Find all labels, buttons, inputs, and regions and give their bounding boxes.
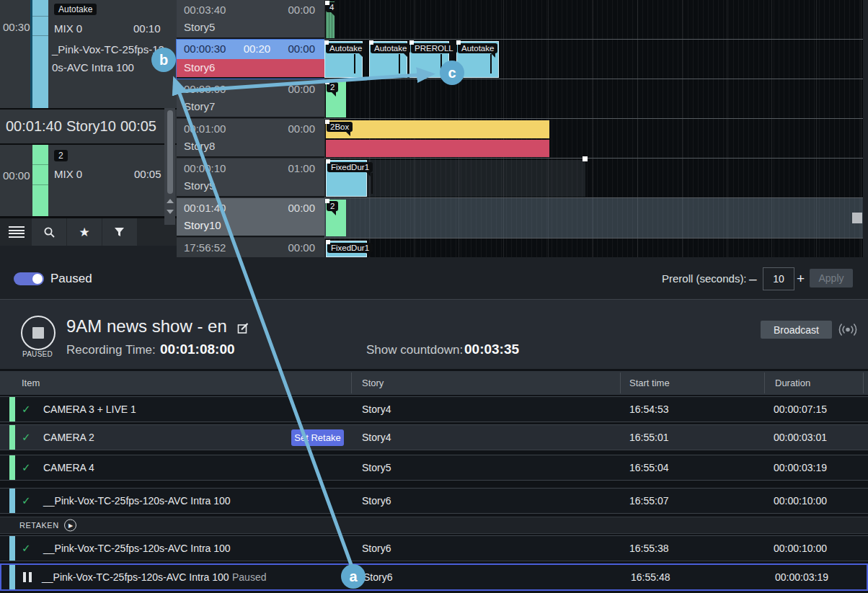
column-story[interactable]: Story (362, 378, 384, 388)
next-story-clip[interactable]: FixedDur1 (326, 241, 367, 257)
toolbar-gap (0, 246, 177, 257)
story-row-story10-highlighted[interactable]: 00:01:4000:00 Story10 (177, 198, 324, 237)
story-row-next[interactable]: 17:56:5200:00 (177, 238, 324, 257)
filter-icon (115, 228, 125, 237)
star-icon: ★ (79, 225, 89, 240)
scrollbar-thumb[interactable] (167, 110, 173, 194)
story-row-story6-selected[interactable]: 00:00:30 00:20 00:00 Story6 (177, 40, 324, 79)
item-cell: __Pink-Vox-TC-25fps-120s-AVC Intra 100 (43, 543, 231, 554)
start-time-cell: 16:55:38 (629, 543, 669, 554)
show-countdown-label: Show countdown: (366, 343, 463, 357)
broadcast-button[interactable]: Broadcast (761, 321, 832, 339)
set-retake-button[interactable]: Set Retake (291, 429, 344, 446)
list-menu-icon[interactable] (9, 226, 25, 238)
take-row-1[interactable]: ✓ CAMERA 3 + LIVE 1 Story4 16:54:53 00:0… (0, 396, 868, 422)
row-status-bar (9, 397, 15, 422)
story9-clip[interactable]: FixedDur1 (326, 160, 367, 197)
scroll-down-icon[interactable] (167, 210, 174, 214)
story8-clip-badge: 2Box (327, 122, 353, 132)
column-duration[interactable]: Duration (775, 378, 810, 388)
paused-toggle[interactable] (14, 272, 44, 285)
story-row-story8[interactable]: 00:01:0000:00 Story8 (177, 119, 324, 158)
story8-clip-bottom[interactable] (326, 140, 549, 157)
clip-handle[interactable] (325, 199, 329, 203)
story7-start: 00:03:00 (184, 83, 226, 95)
preroll-plus-button[interactable]: + (797, 272, 805, 285)
clip-handle[interactable] (326, 159, 330, 164)
take-row-2[interactable]: ✓ CAMERA 2 Story4 16:55:01 00:00:03:01 S… (0, 424, 868, 450)
story-row-duration: 00:05 (120, 118, 156, 135)
duration-cell: 00:00:03:19 (775, 571, 828, 583)
story8-clip-top[interactable]: 2Box (326, 120, 549, 138)
segment-divider (32, 35, 48, 36)
story7-clip[interactable]: 2 (326, 81, 346, 117)
story9-clip-badge: FixedDur1 (327, 162, 373, 172)
clip-handle[interactable] (324, 40, 329, 45)
clip-handle[interactable] (326, 240, 330, 244)
item-cell: CAMERA 4 (43, 462, 94, 473)
story9-start: 00:00:10 (184, 162, 226, 174)
clip-handle[interactable] (456, 40, 461, 45)
story6-clip-2-badge: Autotake (371, 43, 410, 53)
clip-handle[interactable] (409, 40, 414, 45)
pause-icon (23, 572, 32, 582)
story-cell: Story6 (363, 571, 392, 583)
scroll-up-icon[interactable] (167, 199, 174, 203)
clip-a-color-bar[interactable] (32, 0, 48, 108)
story6-start: 00:00:30 (184, 43, 226, 55)
take-row-6-selected[interactable]: __Pink-Vox-TC-25fps-120s-AVC Intra 100 P… (0, 563, 868, 591)
stop-button[interactable] (21, 316, 56, 350)
takes-table-header: Item Story Start time Duration (0, 371, 868, 395)
recording-time-label: Recording Time: (66, 343, 156, 357)
story-row-story9[interactable]: 00:00:1001:00 Story9 (177, 159, 324, 197)
clip-handle[interactable] (325, 1, 329, 5)
duration-cell: 00:00:03:01 (774, 432, 827, 443)
source-scrollbar[interactable] (164, 108, 175, 225)
take-row-5[interactable]: ✓ __Pink-Vox-TC-25fps-120s-AVC Intra 100… (0, 535, 868, 561)
apply-button[interactable]: Apply (810, 269, 853, 287)
story8-end: 00:00 (288, 122, 315, 135)
take-row-3[interactable]: ✓ CAMERA 4 Story5 16:55:04 00:00:03:19 (0, 455, 868, 481)
story10-right-handle[interactable] (852, 213, 862, 223)
clip-b-color-bar[interactable] (32, 145, 48, 216)
clip-a-name[interactable]: _Pink-Vox-TC-25fps-120s-AVC Intra 100 (52, 40, 166, 76)
story10-end: 00:00 (288, 202, 315, 214)
recording-time-value: 00:01:08:00 (160, 342, 235, 357)
clip-handle[interactable] (325, 120, 329, 124)
favorites-tab[interactable]: ★ (67, 218, 102, 246)
play-retake-icon[interactable]: ▶ (64, 520, 76, 532)
edit-icon[interactable] (237, 322, 249, 334)
story-row-story7[interactable]: 00:03:0000:00 Story7 (177, 79, 324, 118)
search-tab[interactable] (32, 218, 67, 246)
preroll-minus-button[interactable]: – (749, 272, 757, 285)
check-icon: ✓ (22, 542, 31, 555)
source-toolbar: ★ (0, 218, 177, 246)
story7-label: Story7 (184, 100, 215, 112)
source-2-badge: 2 (54, 150, 68, 161)
selection-handle[interactable] (583, 156, 588, 161)
story-row-story5[interactable]: 00:03:4000:00 Story5 (177, 0, 324, 39)
clip-handle[interactable] (369, 40, 373, 45)
preroll-input[interactable] (763, 267, 794, 290)
column-item[interactable]: Item (22, 378, 40, 388)
story-row-name: Story10 (66, 118, 116, 135)
story6-clip-2[interactable]: Autotake (369, 41, 407, 78)
grid-line (324, 238, 863, 238)
clip-handle[interactable] (325, 80, 329, 84)
timeline-scrollbar[interactable] (863, 0, 868, 257)
timeline-clip-grid[interactable]: 4 Autotake Autotake PREROLL Autotake 2 (324, 0, 863, 257)
story6-clip-4[interactable]: Autotake (456, 41, 499, 78)
story6-clip-3[interactable]: PREROLL (409, 41, 449, 78)
story8-label: Story8 (184, 140, 215, 152)
column-start-time[interactable]: Start time (629, 378, 670, 388)
row-status-bar (9, 489, 15, 513)
show-countdown-value: 00:03:35 (464, 342, 519, 357)
on-air-icon[interactable] (835, 321, 861, 339)
story10-clip[interactable]: 2 (326, 200, 346, 236)
story6-clip-1[interactable]: Autotake (324, 41, 363, 78)
segment-divider (32, 16, 48, 17)
take-row-4[interactable]: ✓ __Pink-Vox-TC-25fps-120s-AVC Intra 100… (0, 488, 868, 514)
grid-line (324, 158, 863, 159)
filter-tab[interactable] (102, 218, 137, 246)
current-story-row[interactable]: 00:01:40 Story10 00:05 (0, 110, 164, 143)
